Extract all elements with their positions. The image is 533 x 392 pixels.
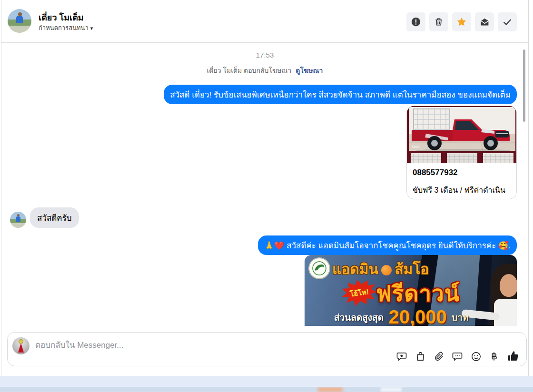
scrollbar[interactable] xyxy=(523,49,525,122)
contact-avatar-small[interactable] xyxy=(10,212,26,228)
ad-discount-unit: บาท xyxy=(452,313,468,323)
ad-admin-name: ส้มโอ xyxy=(395,261,429,277)
emoji-icon xyxy=(471,351,482,362)
background-blob xyxy=(381,387,402,392)
chevron-down-icon: ▾ xyxy=(90,25,93,31)
page-avatar xyxy=(12,337,30,354)
messenger-inbox-window: เดี่ยว โมเต็ม กำหนดการสนทนา▾ xyxy=(0,0,533,392)
like-icon xyxy=(507,351,519,362)
ad-banner-image[interactable]: แอดมินส้มโอ โอ้โห! ฟรีดาวน์ ส่วนลดสูงสุด… xyxy=(305,255,517,326)
ad-discount-prefix: ส่วนลดสูงสุด xyxy=(334,313,384,323)
conversation-header: เดี่ยว โมเต็ม กำหนดการสนทนา▾ xyxy=(1,0,528,43)
attachment-icon xyxy=(434,351,444,362)
ad-discount-amount: 20,000 xyxy=(389,306,447,326)
avatar-figure xyxy=(16,16,23,23)
schedule-conversation-dropdown[interactable]: กำหนดการสนทนา▾ xyxy=(39,23,93,33)
view-ad-link[interactable]: ดูโฆษณา xyxy=(296,67,323,74)
dealer-logo xyxy=(308,257,330,279)
follow-up-button[interactable] xyxy=(452,12,471,31)
timestamp: 17:53 xyxy=(1,51,528,59)
composer-toolbar xyxy=(396,351,519,362)
comment-button[interactable] xyxy=(452,351,463,362)
report-button[interactable] xyxy=(406,12,425,31)
delete-button[interactable] xyxy=(429,12,448,31)
header-action-bar xyxy=(406,12,517,31)
emoji-button[interactable] xyxy=(470,351,482,362)
check-icon xyxy=(502,17,513,27)
product-button[interactable] xyxy=(415,351,426,362)
reply-input[interactable] xyxy=(35,338,321,353)
card-phone-number: 0885577932 xyxy=(407,163,516,177)
dealer-logo-mark xyxy=(312,261,327,276)
ad-discount-line: ส่วนลดสูงสุด 20,000 บาท xyxy=(334,306,469,326)
reply-box[interactable] xyxy=(7,332,527,366)
payment-button[interactable] xyxy=(489,351,500,362)
attachment-button[interactable] xyxy=(433,351,444,362)
message-thread[interactable]: 17:53 เดี่ยว โมเต็ม ตอบกลับโฆษณา ดูโฆษณา… xyxy=(1,43,528,328)
ad-installment-line: ผ่อนนาน 84 เดือน xyxy=(375,324,449,326)
card-caption: ขับฟรี 3 เดือน / ฟรีค่าดำเนินการ xyxy=(407,177,516,199)
background-blob xyxy=(318,387,343,392)
orange-fruit-icon xyxy=(381,265,392,275)
payment-baht-icon xyxy=(489,351,500,362)
avatar-figure xyxy=(16,216,20,222)
schedule-label: กำหนดการสนทนา xyxy=(39,24,89,31)
incoming-message-bubble[interactable]: สวัสดีครับ xyxy=(30,207,79,228)
comment-icon xyxy=(452,351,463,362)
avatar-figure-head xyxy=(17,214,20,216)
presenter-face xyxy=(500,274,517,297)
mark-unread-button[interactable] xyxy=(475,12,494,31)
report-icon xyxy=(411,17,421,27)
saved-replies-icon xyxy=(396,351,407,362)
ad-context-line: เดี่ยว โมเต็ม ตอบกลับโฆษณา ดูโฆษณา xyxy=(1,65,528,76)
background-strip xyxy=(0,376,533,387)
page-logo-medal xyxy=(19,339,23,344)
truck-photo: K039 xyxy=(407,106,516,163)
background-strip-lower xyxy=(0,387,533,392)
ad-context-text: เดี่ยว โมเต็ม ตอบกลับโฆษณา xyxy=(207,67,292,74)
composer-section xyxy=(1,328,528,376)
ad-attachment-card[interactable]: K039 0885577932 ขับฟรี 3 เดือน / ฟรีค่าด… xyxy=(406,106,517,199)
presenter-shirt xyxy=(494,299,517,326)
ad-burst-text: โอ้โห! xyxy=(349,286,370,300)
avatar-figure-head xyxy=(18,12,22,16)
ad-admin-label: แอดมิน xyxy=(332,261,378,277)
conversation-panel: เดี่ยว โมเต็ม กำหนดการสนทนา▾ xyxy=(1,0,529,376)
saved-replies-button[interactable] xyxy=(396,351,407,362)
trash-icon xyxy=(434,17,444,27)
mark-unread-icon xyxy=(480,17,490,27)
incoming-message-row: สวัสดีครับ xyxy=(10,207,79,228)
svg-text:K039: K039 xyxy=(412,145,419,148)
mark-done-button[interactable] xyxy=(498,12,517,31)
outgoing-message-bubble[interactable]: สวัสดี เดี่ยว! รับข้อเสนอพิเศษเหนือกว่าใ… xyxy=(164,85,517,104)
contact-avatar[interactable] xyxy=(8,9,31,33)
ad-headline: ฟรีดาวน์ xyxy=(376,276,460,311)
outgoing-message-bubble[interactable]: 🙏❤️ สวัสดีค่ะ แอดมินส้มโอจากโชคคูณโชคอุด… xyxy=(258,235,517,255)
page-logo-ribbon xyxy=(18,343,24,353)
contact-name: เดี่ยว โมเต็ม xyxy=(39,10,84,24)
star-icon xyxy=(456,17,467,27)
truck-photo-art: K039 xyxy=(407,106,517,163)
like-button[interactable] xyxy=(507,351,519,362)
product-bag-icon xyxy=(415,351,426,362)
